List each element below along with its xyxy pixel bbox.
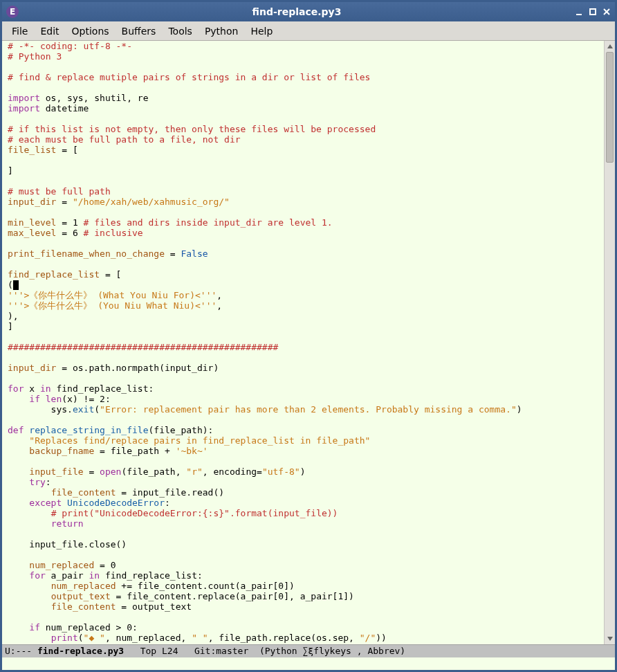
code-editor[interactable]: # -*- coding: utf-8 -*- # Python 3 # fin… [2, 41, 604, 644]
maximize-icon[interactable] [589, 8, 597, 16]
menu-item-edit[interactable]: Edit [35, 24, 64, 39]
menu-item-file[interactable]: File [6, 24, 33, 39]
app-icon: E [6, 6, 19, 18]
text-cursor [13, 280, 19, 290]
title-bar: E find-replace.py3 [2, 2, 615, 21]
menu-item-buffers[interactable]: Buffers [116, 24, 162, 39]
menu-item-tools[interactable]: Tools [163, 24, 198, 39]
menu-item-options[interactable]: Options [66, 24, 115, 39]
scroll-up-icon[interactable] [605, 41, 615, 52]
menu-item-python[interactable]: Python [199, 24, 244, 39]
menu-bar: FileEditOptionsBuffersToolsPythonHelp [2, 21, 615, 41]
window-title: find-replace.py3 [19, 6, 575, 17]
scroll-down-icon[interactable] [605, 633, 615, 644]
minimize-icon[interactable] [575, 8, 583, 16]
mode-line-buffer: find-replace.py3 [37, 646, 124, 656]
close-icon[interactable] [602, 8, 611, 16]
echo-area[interactable] [2, 657, 615, 670]
svg-marker-4 [607, 44, 613, 48]
svg-rect-1 [590, 9, 596, 15]
svg-marker-5 [607, 637, 613, 641]
mode-line: U:--- find-replace.py3 Top L24 Git:maste… [2, 644, 615, 657]
menu-item-help[interactable]: Help [245, 24, 278, 39]
scroll-thumb[interactable] [606, 52, 614, 163]
scrollbar[interactable] [604, 41, 615, 644]
